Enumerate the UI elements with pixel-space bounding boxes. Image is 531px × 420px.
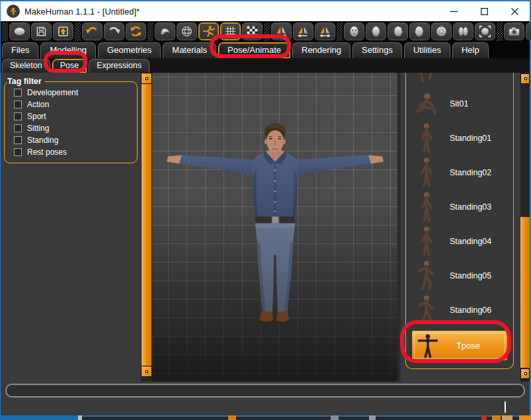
pose-label: Standing02 <box>450 168 491 177</box>
save-file-icon <box>34 24 49 38</box>
pose-mode-button[interactable] <box>198 22 219 40</box>
subtab-skeleton[interactable]: Skeleton <box>2 59 50 73</box>
viewport-scrollbar-left[interactable] <box>141 73 152 382</box>
tab-files[interactable]: Files <box>2 42 38 58</box>
tab-geometries[interactable]: Geometries <box>98 42 161 58</box>
scrollbar-down-button[interactable] <box>520 368 530 379</box>
main-tab-bar: FilesModellingGeometriesMaterialsPose/An… <box>1 42 530 58</box>
pose-thumbnail-icon <box>411 156 442 189</box>
pose-thumbnail-icon <box>411 190 442 224</box>
pose-item-standing02[interactable]: Standing02 <box>406 155 513 190</box>
save-file-button[interactable] <box>31 22 52 40</box>
pose-item-standing05[interactable]: Standing05 <box>406 259 513 293</box>
pose-item-run01[interactable]: Run01 <box>406 73 513 87</box>
left-panel: Tag filter DevelopementActionSportSittin… <box>1 73 141 382</box>
view-front-icon <box>368 24 384 38</box>
load-file-button[interactable] <box>53 22 73 40</box>
checkbox[interactable] <box>14 136 22 144</box>
tag-filter-option-standing[interactable]: Standing <box>9 134 134 146</box>
tpose-button[interactable]: Tpose <box>411 330 508 361</box>
wireframe-button[interactable] <box>177 22 197 40</box>
view-top-button[interactable] <box>431 22 452 40</box>
symmetry-left-icon <box>296 24 311 38</box>
scrollbar-bottom-handle[interactable] <box>141 366 152 377</box>
tag-filter-option-sport[interactable]: Sport <box>9 110 134 122</box>
help-icon <box>528 24 531 38</box>
checkbox-label: Sitting <box>27 124 49 133</box>
view-back-button[interactable] <box>453 22 473 40</box>
tab-modelling[interactable]: Modelling <box>40 42 96 58</box>
tab-rendering[interactable]: Rendering <box>292 42 350 58</box>
view-right-button[interactable] <box>388 22 408 40</box>
new-mesh-button[interactable] <box>9 22 30 40</box>
view-face-button[interactable] <box>344 22 364 40</box>
close-button[interactable] <box>499 1 530 21</box>
tab-utilities[interactable]: Utilities <box>404 42 450 58</box>
pose-item-sit01[interactable]: Sit01 <box>406 87 513 121</box>
reset-model-icon <box>128 24 143 38</box>
tab-materials[interactable]: Materials <box>163 42 216 58</box>
smooth-shading-button[interactable] <box>155 22 175 40</box>
tag-filter-option-rest-poses[interactable]: Rest poses <box>9 146 134 158</box>
scrollbar-top-handle[interactable] <box>141 73 152 84</box>
pose-item-standing06[interactable]: Standing06 <box>406 293 513 327</box>
redo-button[interactable] <box>104 22 124 40</box>
toolbar-separator <box>497 22 503 41</box>
undo-button[interactable] <box>82 22 102 40</box>
view-right-icon <box>390 24 405 38</box>
reset-camera-button[interactable] <box>475 22 495 40</box>
checkbox[interactable] <box>14 101 22 108</box>
taskbar-edge-strip <box>0 415 531 420</box>
pose-item-standing01[interactable]: Standing01 <box>406 121 513 155</box>
status-bar <box>1 399 530 415</box>
checkbox[interactable] <box>14 124 22 132</box>
grid-toggle-button[interactable] <box>220 22 241 40</box>
toolbar-separator <box>264 22 270 41</box>
tag-filter-option-sitting[interactable]: Sitting <box>9 122 134 134</box>
symmetry-both-button[interactable] <box>315 22 335 40</box>
symmetry-right-icon <box>274 24 289 38</box>
subtab-expressions[interactable]: Expressions <box>89 59 149 73</box>
symmetry-right-button[interactable] <box>271 22 292 40</box>
text-cursor <box>505 401 506 413</box>
scrollbar-thumb[interactable] <box>520 217 530 368</box>
tag-filter-option-developement[interactable]: Developement <box>9 87 134 99</box>
pose-label: Standing03 <box>450 202 491 212</box>
maximize-button[interactable] <box>469 1 499 21</box>
pose-item-standing03[interactable]: Standing03 <box>406 190 513 224</box>
minimize-button[interactable] <box>438 1 469 21</box>
checkbox[interactable] <box>14 148 22 156</box>
view-top-icon <box>434 24 449 38</box>
tab-help[interactable]: Help <box>452 42 489 58</box>
toolbar-separator <box>147 22 153 41</box>
symmetry-left-button[interactable] <box>293 22 313 40</box>
progress-row <box>1 382 530 399</box>
scrollbar-thumb[interactable] <box>142 84 151 366</box>
subdivide-icon <box>245 24 260 38</box>
main-toolbar <box>1 21 530 42</box>
grab-screenshot-button[interactable] <box>504 22 524 40</box>
tag-filter-option-action[interactable]: Action <box>9 99 134 110</box>
sub-tab-bar: SkeletonPoseExpressions <box>1 58 530 73</box>
pose-item-standing04[interactable]: Standing04 <box>406 224 513 259</box>
reset-model-button[interactable] <box>126 22 146 40</box>
pose-list: Run01Sit01Standing01Standing02Standing03… <box>406 73 513 327</box>
view-front-button[interactable] <box>366 22 386 40</box>
toolbar-separator <box>75 22 81 41</box>
viewport-3d[interactable] <box>152 73 397 382</box>
reset-camera-icon <box>477 24 493 38</box>
pose-list-scrollbar[interactable] <box>520 73 530 382</box>
tab-settings[interactable]: Settings <box>352 42 402 58</box>
tab-pose-animate[interactable]: Pose/Animate <box>218 42 290 58</box>
checkbox[interactable] <box>14 89 22 97</box>
subtab-pose[interactable]: Pose <box>52 59 87 73</box>
view-left-button[interactable] <box>409 22 430 40</box>
subdivide-button[interactable] <box>242 22 263 40</box>
tpose-thumbnail-icon <box>417 333 438 359</box>
view-left-icon <box>412 24 427 38</box>
help-button[interactable] <box>526 22 531 40</box>
tpose-button-label: Tpose <box>438 341 498 351</box>
scrollbar-up-button[interactable] <box>520 73 530 84</box>
checkbox-label: Developement <box>27 88 78 97</box>
checkbox[interactable] <box>14 112 22 120</box>
